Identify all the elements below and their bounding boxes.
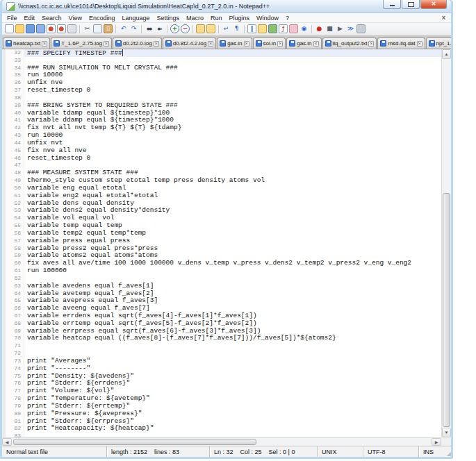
line-number[interactable]: 39 [6, 102, 24, 110]
tab-close-icon[interactable]: × [208, 41, 213, 47]
show-indent-guide-icon[interactable]: ‖ [247, 24, 256, 33]
word-wrap-icon[interactable]: ↵ [222, 24, 231, 33]
line-number[interactable]: 74 [6, 365, 24, 373]
menu-window[interactable]: Window [253, 15, 282, 22]
tab-close-icon[interactable]: × [154, 41, 159, 47]
undo-icon[interactable]: ↶ [119, 24, 128, 33]
menu-edit[interactable]: Edit [21, 15, 39, 22]
line-number[interactable]: 71 [6, 342, 24, 350]
menu-search[interactable]: Search [38, 15, 65, 22]
line-number[interactable]: 50 [6, 185, 24, 192]
tab-gas.in[interactable]: gas.in× [286, 37, 321, 49]
menu-language[interactable]: Language [118, 15, 153, 22]
horizontal-scrollbar-thumb[interactable] [13, 439, 256, 445]
save-all-icon[interactable] [36, 24, 45, 33]
horizontal-scrollbar[interactable]: ◀ ▶ [2, 437, 441, 446]
tab-close-icon[interactable]: × [277, 41, 283, 47]
tab-close-icon[interactable]: × [42, 41, 47, 47]
line-number[interactable]: 70 [6, 335, 24, 342]
line-text[interactable]: fix nve all nve [24, 147, 441, 155]
macro-play-icon[interactable]: ▶ [336, 24, 345, 33]
line-text[interactable]: variable avedens equal f_aves[1] [24, 283, 441, 290]
vertical-scrollbar[interactable]: ▲ ▼ [441, 49, 451, 437]
save-file-icon[interactable] [26, 24, 35, 33]
line-number[interactable]: 67 [6, 312, 24, 320]
line-number[interactable]: 36 [6, 79, 24, 87]
minimize-button[interactable] [383, 0, 401, 9]
line-number[interactable]: 55 [6, 222, 24, 230]
function-list-icon[interactable]: ƒ [279, 24, 288, 33]
line-text[interactable]: ### BRING SYSTEM TO REQUIRED STATE ### [24, 102, 441, 110]
new-file-icon[interactable] [5, 24, 14, 33]
line-number[interactable]: 66 [6, 305, 24, 312]
line-number[interactable]: 33 [6, 57, 24, 65]
tab-liq_output2.txt[interactable]: liq_output2.txt× [322, 37, 377, 49]
line-number[interactable]: 35 [6, 72, 24, 79]
line-text[interactable]: variable heatcap equal ((f_aves[8]-(f_av… [24, 335, 441, 342]
close-file-icon[interactable]: ● [47, 24, 56, 33]
tab-close-icon[interactable]: × [104, 41, 109, 47]
show-all-characters-icon[interactable]: ¶ [232, 24, 241, 33]
tab-npt_1.6_2.75.in[interactable]: npt_1.6_2.75.in× [426, 37, 452, 49]
title-bar[interactable]: \\icnas1.cc.ic.ac.uk\ce1014\Desktop\Liqu… [2, 0, 451, 13]
folder-as-workspace-icon[interactable] [289, 24, 298, 33]
line-text[interactable]: fix nvt all nvt temp ${T} ${T} ${tdamp} [24, 124, 441, 132]
line-number[interactable]: 58 [6, 245, 24, 253]
scroll-left-arrow[interactable]: ◀ [2, 438, 12, 446]
document-map-icon[interactable] [268, 24, 277, 33]
cut-icon[interactable]: ✂ [83, 24, 92, 33]
text-editor[interactable]: 32### SPECIFY TIMESTEP ###3334### RUN SI… [2, 49, 441, 437]
tab-close-icon[interactable]: × [417, 41, 422, 47]
line-number[interactable]: 83 [6, 433, 24, 437]
line-number[interactable]: 82 [6, 425, 24, 433]
menu-close-document-button[interactable]: X [442, 15, 445, 21]
vertical-scrollbar-thumb[interactable] [443, 193, 450, 427]
line-number[interactable]: 43 [6, 132, 24, 140]
macro-save-icon[interactable] [356, 24, 366, 33]
find-icon[interactable]: ●● [145, 24, 154, 33]
tab-d0.8t2.4.2.log[interactable]: d0.8t2.4.2.log× [163, 37, 216, 49]
print-icon[interactable] [67, 24, 76, 33]
line-text[interactable]: print "Pressure: ${avepress}" [24, 410, 441, 418]
line-number[interactable]: 80 [6, 410, 24, 418]
user-defined-dialog-icon[interactable] [258, 24, 267, 33]
sync-horizontal-scroll-icon[interactable] [206, 24, 215, 33]
tab-d0.2t2.0.log[interactable]: d0.2t2.0.log× [113, 37, 162, 49]
line-number[interactable]: 54 [6, 215, 24, 222]
close-all-icon[interactable]: ● [57, 24, 66, 33]
line-text[interactable]: fix aves all ave/time 100 1000 100000 v_… [24, 260, 441, 267]
line-number[interactable]: 60 [6, 260, 24, 267]
menu-run[interactable]: Run [207, 15, 226, 22]
tab-close-icon[interactable]: × [313, 41, 319, 47]
line-number[interactable]: 51 [6, 192, 24, 200]
resize-grip-icon[interactable]: ◢ [441, 446, 451, 457]
line-number[interactable]: 68 [6, 320, 24, 328]
tab-heatcap.txt[interactable]: heatcap.txt× [3, 37, 50, 49]
zoom-out-icon[interactable]: − [181, 24, 190, 33]
line-number[interactable]: 72 [6, 350, 24, 358]
paste-icon[interactable]: ▯ [104, 24, 113, 33]
line-number[interactable]: 41 [6, 117, 24, 124]
redo-icon[interactable]: ↷ [129, 24, 138, 33]
copy-icon[interactable] [93, 24, 102, 33]
line-number[interactable]: 47 [6, 162, 24, 169]
line-number[interactable]: 62 [6, 275, 24, 283]
line-text[interactable]: run 100000 [24, 267, 441, 275]
line-text[interactable]: print "Heatcapacity: ${heatcap}" [24, 425, 441, 433]
line-text[interactable]: ### RUN SIMULATION TO MELT CRYSTAL ### [24, 65, 441, 72]
menu-settings[interactable]: Settings [154, 15, 183, 22]
line-number[interactable]: 45 [6, 147, 24, 155]
line-number[interactable]: 34 [6, 65, 24, 72]
line-number[interactable]: 76 [6, 380, 24, 387]
menu-view[interactable]: View [65, 15, 85, 22]
menu-macro[interactable]: Macro [183, 15, 207, 22]
line-text[interactable]: variable eng2 equal etotal*etotal [24, 192, 441, 200]
macro-run-multiple-icon[interactable]: ≫ [346, 24, 355, 33]
line-number[interactable]: 61 [6, 267, 24, 275]
tab-sol.in[interactable]: sol.in× [253, 37, 286, 49]
line-text[interactable]: variable press equal press [24, 237, 441, 245]
line-number[interactable]: 69 [6, 328, 24, 335]
line-number[interactable]: 38 [6, 94, 24, 102]
tab-close-icon[interactable]: × [244, 41, 249, 47]
line-text[interactable]: reset_timestep 0 [24, 155, 441, 162]
